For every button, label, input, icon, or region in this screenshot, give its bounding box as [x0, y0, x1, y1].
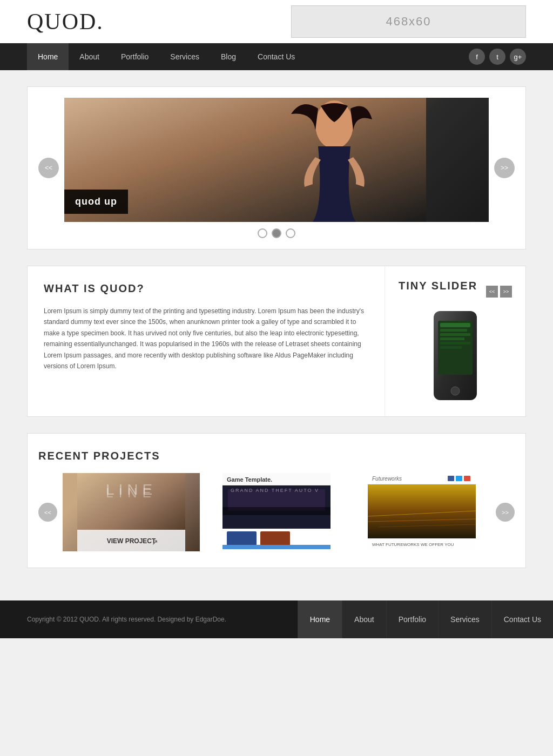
projects-grid: LINE VIEW PROJECT ↗ [63, 473, 490, 551]
ad-banner: 468x60 [291, 5, 526, 38]
svg-text:LINE: LINE [106, 485, 156, 500]
svg-rect-30 [368, 484, 476, 484]
svg-rect-7 [440, 338, 464, 340]
project-futureworks-image: Futureworks [353, 473, 490, 551]
svg-rect-22 [222, 507, 331, 515]
svg-rect-33 [456, 476, 462, 481]
svg-rect-18 [222, 485, 331, 485]
nav-item-blog[interactable]: Blog [210, 43, 247, 70]
logo: QUOD. [27, 9, 104, 35]
nav-item-services[interactable]: Services [159, 43, 210, 70]
svg-rect-9 [440, 346, 462, 349]
svg-point-10 [451, 387, 460, 395]
svg-text:GRAND AND THEFT AUTO V: GRAND AND THEFT AUTO V [231, 488, 319, 493]
slider-prev-button[interactable]: << [38, 158, 59, 178]
social-icons: f t g+ [469, 49, 526, 65]
slider-dot-2[interactable] [272, 228, 281, 238]
svg-rect-5 [440, 329, 467, 332]
googleplus-icon[interactable]: g+ [510, 49, 526, 65]
project-card-game-template[interactable]: Game Template. GRAND AND THEFT AUTO V [208, 473, 345, 551]
svg-text:↗: ↗ [152, 538, 158, 546]
footer-nav-about[interactable]: About [342, 600, 386, 638]
phone-image [428, 311, 482, 403]
nav-links: Home About Portfolio Services Blog Conta… [27, 43, 306, 70]
info-section: WHAT IS QUOD? Lorem Ipsum is simply dumm… [27, 266, 526, 417]
twitter-icon[interactable]: t [489, 49, 505, 65]
svg-rect-4 [440, 323, 470, 327]
hero-slider: << [27, 86, 526, 249]
what-is-quod-col: WHAT IS QUOD? Lorem Ipsum is simply dumm… [28, 266, 385, 416]
slider-dot-1[interactable] [258, 228, 267, 238]
project-game-image: Game Template. GRAND AND THEFT AUTO V [208, 473, 345, 551]
footer-nav-services[interactable]: Services [438, 600, 491, 638]
footer-nav-home[interactable]: Home [298, 600, 342, 638]
slider-image-container: quod up [64, 98, 489, 222]
footer-nav-portfolio[interactable]: Portfolio [386, 600, 438, 638]
facebook-icon[interactable]: f [469, 49, 485, 65]
tiny-slider-prev[interactable]: << [486, 286, 498, 298]
slider-main: quod up [64, 98, 489, 238]
svg-rect-34 [464, 476, 470, 481]
footer-nav: Home About Portfolio Services Contact Us [298, 600, 553, 638]
svg-rect-26 [222, 545, 331, 549]
svg-text:VIEW PROJECT: VIEW PROJECT [107, 537, 156, 545]
footer-copyright: Copyright © 2012 QUOD. All rights reserv… [0, 616, 298, 623]
recent-projects-section: RECENT PROJECTS << [27, 433, 526, 568]
what-is-quod-text: Lorem Ipsum is simply dummy text of the … [44, 306, 368, 372]
project-line-image: LINE VIEW PROJECT ↗ [63, 473, 200, 551]
svg-rect-6 [440, 333, 470, 336]
recent-projects-title: RECENT PROJECTS [38, 450, 515, 462]
phone-container [399, 311, 512, 403]
tiny-slider-col: TINY SLIDER << >> [385, 266, 525, 416]
project-card-line[interactable]: LINE VIEW PROJECT ↗ [63, 473, 200, 551]
nav-item-about[interactable]: About [69, 43, 110, 70]
slider-caption: quod up [64, 190, 128, 214]
what-is-quod-title: WHAT IS QUOD? [44, 282, 368, 295]
tiny-slider-header: TINY SLIDER << >> [399, 280, 512, 303]
svg-text:Game Template.: Game Template. [227, 476, 272, 483]
projects-carousel: << [38, 473, 515, 551]
carousel-prev-button[interactable]: << [38, 503, 57, 522]
nav-item-portfolio[interactable]: Portfolio [110, 43, 159, 70]
svg-rect-8 [440, 342, 470, 345]
tiny-slider-title: TINY SLIDER [399, 280, 477, 292]
main-nav: Home About Portfolio Services Blog Conta… [0, 43, 553, 70]
carousel-next-button[interactable]: >> [496, 503, 515, 522]
nav-item-home[interactable]: Home [27, 43, 69, 70]
tiny-slider-arrows: << >> [486, 286, 512, 298]
svg-text:Futureworks: Futureworks [372, 476, 402, 482]
slider-next-button[interactable]: >> [494, 158, 515, 178]
nav-item-contact[interactable]: Contact Us [247, 43, 306, 70]
slider-dots [64, 228, 489, 238]
footer-nav-contact[interactable]: Contact Us [491, 600, 553, 638]
svg-text:WHAT FUTUREWORKS WE OFFER YOU: WHAT FUTUREWORKS WE OFFER YOU [372, 542, 454, 547]
svg-rect-32 [448, 476, 454, 481]
tiny-slider-next[interactable]: >> [500, 286, 512, 298]
project-card-futureworks[interactable]: Futureworks [353, 473, 490, 551]
slider-dot-3[interactable] [286, 228, 295, 238]
footer: Copyright © 2012 QUOD. All rights reserv… [0, 600, 553, 638]
header: QUOD. 468x60 [0, 0, 553, 43]
main-content: << [0, 70, 553, 600]
